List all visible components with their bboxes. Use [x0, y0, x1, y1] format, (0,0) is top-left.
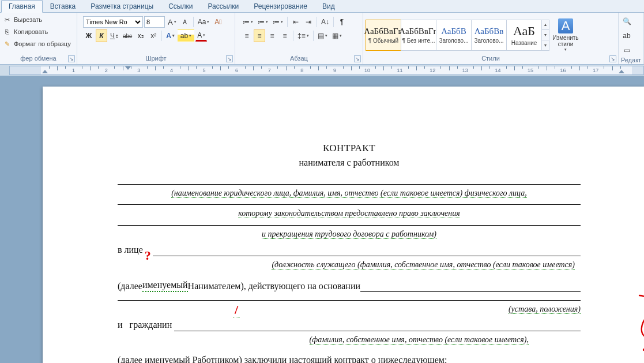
style-title[interactable]: АаБ Название: [506, 20, 542, 51]
format-painter-button[interactable]: ✎ Формат по образцу: [0, 38, 74, 50]
style-gallery-scroll[interactable]: ▴ ▾ ▾: [541, 20, 549, 51]
change-styles-button[interactable]: A Изменить стили ▾: [549, 16, 582, 54]
format-painter-label: Формат по образцу: [14, 40, 71, 47]
blank-field-citizen[interactable]: [174, 321, 581, 331]
first-line-indent[interactable]: [125, 66, 131, 70]
separator: [161, 31, 162, 41]
superscript-button[interactable]: x²: [148, 29, 159, 42]
style-preview: АаБбВвГг,: [399, 27, 438, 36]
ruler-number: 8: [300, 68, 303, 73]
line-spacing-button[interactable]: ‡≡: [296, 29, 311, 42]
align-center-button[interactable]: ≡: [254, 29, 265, 42]
comment-mark-slash[interactable]: /: [233, 302, 240, 317]
underline-button[interactable]: Ч: [108, 29, 120, 42]
font-family-select[interactable]: Times New Ro: [83, 16, 143, 28]
highlight-button[interactable]: ab: [178, 29, 194, 42]
cut-button[interactable]: ✂ Вырезать: [0, 14, 74, 25]
tab-review[interactable]: Рецензирование: [246, 0, 315, 12]
blank-line: [118, 225, 581, 226]
italic-button[interactable]: К: [96, 29, 107, 42]
justify-button[interactable]: ≡: [279, 29, 291, 42]
shading-button[interactable]: ▤: [316, 29, 329, 42]
text-effects-button[interactable]: A: [164, 29, 176, 42]
replace-button[interactable]: ab: [621, 29, 632, 42]
style-no-spacing[interactable]: АаБбВвГг, ¶ Без инте...: [401, 20, 436, 51]
increase-indent-button[interactable]: ⇥: [303, 16, 314, 28]
select-button[interactable]: ▭: [621, 44, 632, 57]
separator: [333, 17, 334, 27]
blank-line: [118, 300, 581, 301]
bold-button[interactable]: Ж: [83, 29, 95, 42]
style-name: ¶ Без инте...: [402, 38, 435, 44]
style-heading2[interactable]: АаБбВв Заголово...: [471, 20, 507, 51]
ruler-number: 15: [528, 68, 533, 73]
editing-group-title: Редакт: [619, 57, 643, 64]
align-right-button[interactable]: ≡: [266, 29, 278, 42]
line-v-litse: в лице ?: [118, 244, 581, 256]
page[interactable]: КОНТРАКТ нанимателя с работником (наимен…: [43, 87, 644, 363]
ruler-number: 2: [105, 68, 108, 73]
bullets-button[interactable]: ≔: [241, 16, 255, 28]
borders-button[interactable]: ▦: [330, 29, 344, 42]
tab-insert[interactable]: Вставка: [43, 0, 84, 12]
sort-button[interactable]: A↓: [319, 16, 331, 28]
styles-group-label: Стили: [481, 55, 500, 62]
ribbon-tabs: Главная Вставка Разметка страницы Ссылки…: [0, 0, 644, 13]
tab-refs[interactable]: Ссылки: [161, 0, 200, 12]
change-styles-label: Изменить стили: [551, 35, 581, 47]
change-case-button[interactable]: Aa: [196, 16, 212, 28]
subscript-button[interactable]: x₂: [135, 29, 146, 42]
show-marks-button[interactable]: ¶: [336, 16, 348, 28]
style-preview: АаБ: [513, 24, 535, 39]
comment-mark-question[interactable]: ?: [143, 253, 153, 259]
find-button[interactable]: 🔍: [621, 15, 633, 28]
decrease-indent-button[interactable]: ⇤: [290, 16, 302, 28]
hanging-indent[interactable]: [42, 70, 48, 73]
tab-mailings[interactable]: Рассылки: [200, 0, 246, 12]
style-name: Название: [507, 40, 541, 46]
ruler-number: 12: [430, 68, 435, 73]
paragraph-launcher[interactable]: ↘: [354, 55, 361, 62]
font-color-button[interactable]: A: [195, 31, 207, 42]
document-area[interactable]: КОНТРАКТ нанимателя с работником (наимен…: [0, 76, 644, 363]
align-left-button[interactable]: ≡: [241, 29, 253, 42]
blank-field-basis[interactable]: [360, 282, 581, 292]
tab-view[interactable]: Вид: [315, 0, 342, 12]
review-annotation: [635, 292, 644, 355]
style-preview: АаБбВвГг,: [364, 27, 403, 36]
ruler-number: 1: [72, 68, 75, 73]
font-launcher[interactable]: ↘: [226, 55, 233, 62]
horizontal-ruler[interactable]: 1234567891011121314151617: [9, 66, 644, 75]
clear-formatting-button[interactable]: Aͦ: [212, 16, 224, 28]
strike-button[interactable]: abc: [121, 29, 134, 42]
doc-subtitle: нанимателя с работником: [118, 156, 581, 169]
separator: [193, 17, 194, 27]
style-name: Заголово...: [472, 38, 506, 44]
font-size-input[interactable]: [144, 16, 165, 28]
tab-home[interactable]: Главная: [1, 0, 43, 13]
shrink-font-button[interactable]: A: [179, 16, 191, 28]
copy-button[interactable]: ⎘ Копировать: [0, 26, 74, 38]
multilevel-button[interactable]: ≔: [271, 16, 285, 28]
line-dalee-employer: (далее именуемый Нанимателем), действующ…: [118, 279, 581, 293]
style-expand[interactable]: ▾: [542, 40, 549, 50]
right-indent[interactable]: [619, 70, 624, 73]
grow-font-button[interactable]: A: [166, 16, 178, 28]
styles-launcher[interactable]: ↘: [609, 55, 616, 62]
text-employer: Нанимателем), действующего на основании: [188, 280, 360, 293]
numbering-button[interactable]: ≔: [256, 16, 270, 28]
style-normal[interactable]: АаБбВвГг, ¶ Обычный: [366, 20, 401, 51]
style-heading1[interactable]: АаБбВ Заголово...: [436, 20, 472, 51]
hint-law-right: которому законодательством предоставлено…: [118, 208, 581, 219]
ribbon: ✂ Вырезать ⎘ Копировать ✎ Формат по обра…: [0, 13, 644, 65]
editing-group-label: Редакт: [621, 57, 641, 63]
doc-title: КОНТРАКТ: [118, 142, 581, 155]
change-styles-icon: A: [558, 18, 573, 33]
copy-label: Копировать: [14, 28, 48, 35]
line-citizen: и гражданин: [118, 319, 581, 331]
style-scroll-up[interactable]: ▴: [542, 20, 549, 31]
clipboard-launcher[interactable]: ↘: [68, 55, 75, 62]
tab-layout[interactable]: Разметка страницы: [83, 0, 161, 12]
style-scroll-down[interactable]: ▾: [542, 30, 549, 40]
blank-field-position[interactable]: [153, 246, 581, 256]
